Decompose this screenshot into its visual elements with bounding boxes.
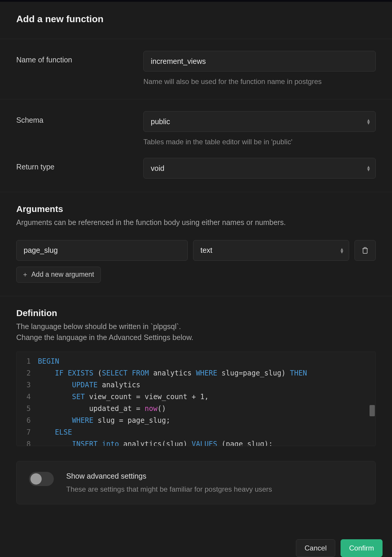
- scrollbar-thumb[interactable]: [370, 405, 375, 416]
- toggle-knob: [30, 473, 42, 485]
- add-argument-label: Add a new argument: [31, 271, 94, 278]
- argument-type-select[interactable]: text: [193, 240, 349, 261]
- schema-help: Tables made in the table editor will be …: [143, 138, 376, 146]
- schema-select[interactable]: public: [143, 111, 376, 132]
- argument-name-input[interactable]: [16, 240, 188, 261]
- footer: Cancel Confirm: [0, 532, 392, 557]
- return-type-select[interactable]: void: [143, 158, 376, 179]
- trash-icon: [362, 247, 369, 254]
- definition-help: The language below should be written in …: [16, 321, 376, 343]
- arguments-help: Arguments can be referenced in the funct…: [16, 217, 376, 228]
- advanced-settings-title: Show advanced settings: [66, 472, 272, 480]
- scrollbar[interactable]: [368, 352, 375, 446]
- arguments-title: Arguments: [16, 204, 376, 214]
- name-help: Name will also be used for the function …: [143, 77, 376, 86]
- code-gutter: 1 2 3 4 5 6 7 8: [17, 352, 35, 446]
- argument-row: text ▴▾: [16, 240, 376, 261]
- function-name-input[interactable]: [143, 51, 376, 72]
- advanced-settings-toggle[interactable]: [29, 472, 54, 486]
- page-title: Add a new function: [16, 14, 376, 25]
- advanced-settings-box: Show advanced settings These are setting…: [16, 461, 376, 504]
- return-type-label: Return type: [16, 158, 135, 171]
- code-content[interactable]: BEGIN IF EXISTS (SELECT FROM analytics W…: [35, 352, 375, 446]
- confirm-button[interactable]: Confirm: [341, 539, 383, 557]
- schema-label: Schema: [16, 111, 135, 124]
- delete-argument-button[interactable]: [354, 240, 376, 261]
- plus-icon: +: [23, 271, 27, 279]
- name-label: Name of function: [16, 51, 135, 64]
- code-editor[interactable]: 1 2 3 4 5 6 7 8 BEGIN IF EXISTS (SELECT …: [16, 352, 376, 446]
- definition-title: Definition: [16, 308, 376, 318]
- advanced-settings-help: These are settings that might be familia…: [66, 485, 272, 493]
- cancel-button[interactable]: Cancel: [296, 539, 335, 557]
- add-argument-button[interactable]: + Add a new argument: [16, 267, 101, 283]
